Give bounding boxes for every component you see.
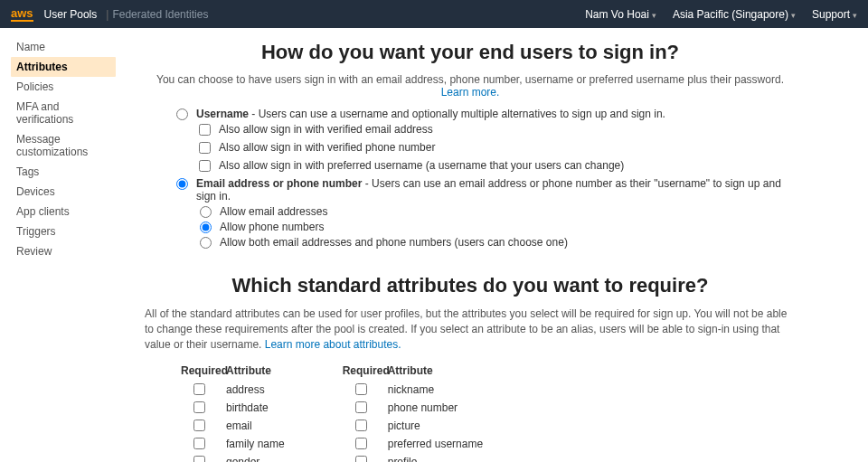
nav-support-menu[interactable]: Support▾ [812,8,857,21]
header-required: Required [181,364,226,377]
aws-logo[interactable]: aws [11,7,33,22]
attr-label: address [226,383,265,396]
sidebar-item-message-customizations[interactable]: Message customizations [11,129,116,162]
chevron-down-icon: ▾ [791,11,796,20]
header-required: Required [343,364,388,377]
learn-more-link[interactable]: Learn more. [441,86,500,99]
attr-required-checkbox[interactable] [193,383,205,395]
attr-required-checkbox[interactable] [193,420,205,431]
nav-federated-identities[interactable]: Federated Identities [112,8,208,21]
nav-divider: | [106,8,108,21]
attr-label: family name [226,438,285,450]
signin-sub-checkbox[interactable] [199,160,211,172]
attr-label: email [226,420,252,432]
radio-username-label: Username [196,108,249,120]
sidebar-item-tags[interactable]: Tags [11,162,116,182]
attr-label: gender [226,456,259,462]
signin-heading: How do you want your end users to sign i… [145,41,796,64]
radio-username[interactable] [176,108,188,120]
nav-user-menu[interactable]: Nam Vo Hoai▾ [585,8,656,21]
signin-sub-radio[interactable] [200,206,212,218]
signin-sub-label: Allow phone numbers [220,221,324,233]
attr-label: birthdate [226,401,269,414]
main-content: How do you want your end users to sign i… [127,28,868,462]
attr-label: nickname [388,383,434,396]
header-attribute: Attribute [226,364,271,377]
signin-sub-label: Also allow sign in with preferred userna… [219,159,624,172]
nav-region-menu[interactable]: Asia Pacific (Singapore)▾ [673,8,796,21]
attrs-heading: Which standard attributes do you want to… [145,274,796,297]
signin-sub-checkbox[interactable] [199,124,211,136]
nav-user-pools[interactable]: User Pools [44,8,98,21]
signin-sub-label: Also allow sign in with verified email a… [219,123,433,136]
attr-label: picture [388,420,420,432]
attr-label: preferred username [388,438,483,450]
chevron-down-icon: ▾ [652,11,656,20]
sidebar-item-app-clients[interactable]: App clients [11,202,116,222]
sidebar: NameAttributesPoliciesMFA and verificati… [0,28,127,462]
sidebar-item-policies[interactable]: Policies [11,77,116,97]
attr-label: profile [388,456,418,462]
signin-sub-label: Also allow sign in with verified phone n… [219,141,435,154]
attr-required-checkbox[interactable] [355,420,367,431]
signin-sub-radio[interactable] [200,222,212,233]
chevron-down-icon: ▾ [853,11,857,20]
sidebar-item-attributes[interactable]: Attributes [11,57,116,77]
top-nav: aws User Pools | Federated Identities Na… [0,0,868,28]
radio-email-phone[interactable] [176,178,188,190]
attr-required-checkbox[interactable] [193,438,205,449]
sidebar-item-devices[interactable]: Devices [11,182,116,202]
attr-required-checkbox[interactable] [355,438,367,449]
header-attribute: Attribute [388,364,433,377]
attr-required-checkbox[interactable] [193,456,205,462]
sidebar-item-review[interactable]: Review [11,241,116,261]
learn-more-attrs-link[interactable]: Learn more about attributes. [265,338,401,351]
signin-intro: You can choose to have users sign in wit… [145,73,796,99]
attr-required-checkbox[interactable] [355,456,367,462]
signin-sub-label: Allow email addresses [220,205,327,218]
signin-sub-checkbox[interactable] [199,142,211,154]
attrs-intro: All of the standard attributes can be us… [145,306,796,352]
attr-required-checkbox[interactable] [355,383,367,395]
sidebar-item-mfa-and-verifications[interactable]: MFA and verifications [11,97,116,129]
signin-sub-radio[interactable] [200,237,212,249]
sidebar-item-name[interactable]: Name [11,37,116,57]
radio-username-desc: - Users can use a username and optionall… [249,108,665,120]
attr-required-checkbox[interactable] [193,401,205,413]
attr-required-checkbox[interactable] [355,401,367,413]
attr-label: phone number [388,401,458,414]
signin-sub-label: Allow both email addresses and phone num… [220,236,568,249]
sidebar-item-triggers[interactable]: Triggers [11,222,116,241]
radio-email-phone-label: Email address or phone number [196,177,362,190]
